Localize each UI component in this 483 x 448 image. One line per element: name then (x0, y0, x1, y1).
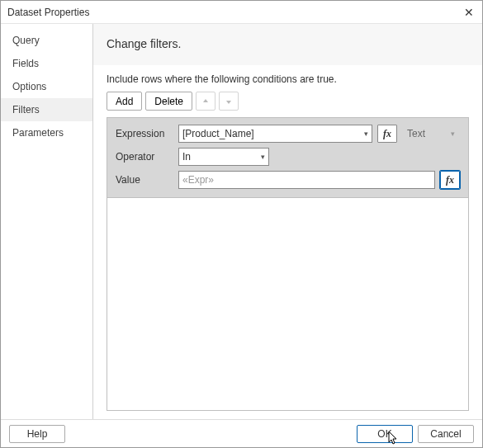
sidebar-item-filters[interactable]: Filters (1, 98, 92, 121)
page-header: Change filters. (93, 24, 482, 65)
sidebar-item-query[interactable]: Query (1, 29, 92, 52)
chevron-down-icon: ▾ (261, 153, 265, 161)
operator-value: In (182, 151, 191, 163)
cancel-button[interactable]: Cancel (418, 425, 474, 443)
expression-fx-button[interactable]: fx (377, 125, 397, 143)
chevron-down-icon: ▾ (451, 130, 455, 138)
dialog-footer: Help OK Cancel (1, 419, 482, 447)
filter-list-area (107, 198, 469, 411)
operator-label: Operator (116, 151, 173, 163)
window-title: Dataset Properties (7, 7, 89, 18)
value-label: Value (116, 174, 173, 186)
dialog-body: Query Fields Options Filters Parameters … (1, 24, 482, 421)
expression-input[interactable]: [Product_Name] ▾ (178, 125, 372, 143)
page-content: Include rows where the following conditi… (93, 65, 482, 421)
sidebar-item-fields[interactable]: Fields (1, 52, 92, 75)
value-row: Value «Expr» fx (116, 171, 460, 189)
add-button[interactable]: Add (107, 92, 142, 111)
sidebar: Query Fields Options Filters Parameters (1, 24, 93, 421)
value-placeholder: «Expr» (182, 174, 214, 186)
sidebar-item-parameters[interactable]: Parameters (1, 121, 92, 144)
ok-button[interactable]: OK (357, 425, 413, 443)
instruction-text: Include rows where the following conditi… (107, 73, 469, 85)
titlebar: Dataset Properties ✕ (1, 1, 482, 24)
move-down-icon[interactable] (219, 92, 239, 111)
type-value: Text (407, 128, 425, 139)
value-fx-button[interactable]: fx (440, 171, 460, 189)
value-input[interactable]: «Expr» (178, 171, 435, 189)
help-button[interactable]: Help (9, 425, 65, 443)
expression-value: [Product_Name] (182, 128, 254, 139)
filter-editor: Expression [Product_Name] ▾ fx Text ▾ Op… (107, 117, 469, 198)
chevron-down-icon: ▾ (364, 130, 368, 138)
sidebar-item-options[interactable]: Options (1, 75, 92, 98)
expression-label: Expression (116, 128, 173, 139)
move-up-icon[interactable] (196, 92, 215, 111)
expression-row: Expression [Product_Name] ▾ fx Text ▾ (116, 125, 460, 143)
page-title: Change filters. (107, 37, 469, 50)
operator-row: Operator In ▾ (116, 148, 460, 166)
operator-select[interactable]: In ▾ (178, 148, 269, 166)
type-select[interactable]: Text ▾ (402, 125, 460, 143)
delete-button[interactable]: Delete (145, 92, 192, 111)
filter-toolbar: Add Delete (107, 92, 469, 111)
close-icon[interactable]: ✕ (461, 4, 477, 21)
main-panel: Change filters. Include rows where the f… (93, 24, 482, 421)
